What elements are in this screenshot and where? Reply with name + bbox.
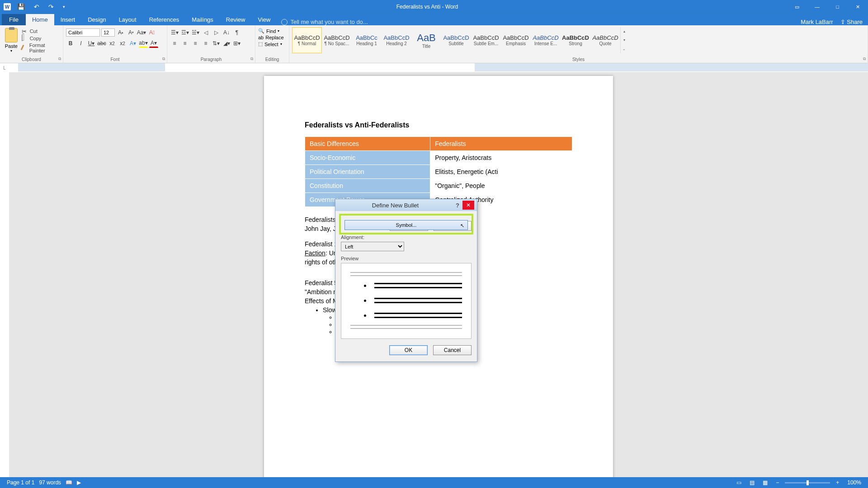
style-intense[interactable]: AaBbCcDIntense E... xyxy=(531,27,561,53)
clipboard-launcher[interactable]: ⧉ xyxy=(58,56,61,61)
tab-mailings[interactable]: Mailings xyxy=(185,14,220,25)
style-subtitle[interactable]: AaBbCcDSubtitle xyxy=(441,27,471,53)
font-color-button[interactable]: A▾ xyxy=(149,39,158,48)
tab-references[interactable]: References xyxy=(143,14,185,25)
ok-button[interactable]: OK xyxy=(389,345,428,355)
tab-insert[interactable]: Insert xyxy=(54,14,82,25)
symbol-button[interactable]: Symbol... xyxy=(344,220,468,230)
user-name[interactable]: Mark LaBarr xyxy=(801,19,833,25)
brush-icon xyxy=(22,45,28,51)
tab-review[interactable]: Review xyxy=(220,14,252,25)
close-window-icon[interactable]: ✕ xyxy=(848,0,868,14)
justify-button[interactable]: ≡ xyxy=(201,39,210,48)
select-button[interactable]: ⬚Select▾ xyxy=(258,41,286,47)
alignment-select[interactable]: Left xyxy=(341,242,404,251)
text-effects-button[interactable]: A▾ xyxy=(128,39,137,48)
align-left-button[interactable]: ≡ xyxy=(170,39,179,48)
show-marks-button[interactable]: ¶ xyxy=(232,28,241,37)
dialog-titlebar[interactable]: Define New Bullet ? ✕ xyxy=(335,199,477,211)
styles-down-icon[interactable]: ▾ xyxy=(621,36,627,44)
save-icon[interactable]: 💾 xyxy=(14,3,28,10)
web-layout-icon[interactable]: ▦ xyxy=(760,477,770,488)
shrink-font-button[interactable]: A▾ xyxy=(127,28,136,37)
font-name-select[interactable] xyxy=(66,28,100,37)
style-strong[interactable]: AaBbCcDStrong xyxy=(561,27,590,53)
qat-customize-icon[interactable]: ▾ xyxy=(60,5,68,9)
decrease-indent-button[interactable]: ◁ xyxy=(201,28,210,37)
multilevel-button[interactable]: ☱▾ xyxy=(191,28,200,37)
sort-button[interactable]: A↓ xyxy=(222,28,231,37)
word-count[interactable]: 97 words xyxy=(37,477,63,488)
ruler-corner[interactable]: L xyxy=(0,63,9,72)
bold-button[interactable]: B xyxy=(66,39,75,48)
style-heading1[interactable]: AaBbCcHeading 1 xyxy=(352,27,382,53)
redo-icon[interactable]: ↷ xyxy=(46,3,57,10)
italic-button[interactable]: I xyxy=(76,39,85,48)
format-painter-button[interactable]: Format Painter xyxy=(22,42,60,53)
style-normal[interactable]: AaBbCcD¶ Normal xyxy=(292,27,322,53)
find-button[interactable]: 🔍Find▾ xyxy=(258,28,286,34)
style-quote[interactable]: AaBbCcDQuote xyxy=(590,27,620,53)
tab-home[interactable]: Home xyxy=(26,14,54,25)
subscript-button[interactable]: x2 xyxy=(108,39,117,48)
ribbon-opts-icon[interactable]: ▭ xyxy=(787,0,807,14)
horizontal-ruler[interactable] xyxy=(18,63,868,72)
styles-gallery[interactable]: AaBbCcD¶ NormalAaBbCcD¶ No Spac...AaBbCc… xyxy=(292,26,865,53)
line-spacing-button[interactable]: ⇅▾ xyxy=(212,39,221,48)
zoom-slider[interactable] xyxy=(785,482,830,483)
close-icon[interactable]: ✕ xyxy=(462,201,474,210)
clear-formatting-button[interactable]: A⃠ xyxy=(147,28,156,37)
styles-up-icon[interactable]: ▴ xyxy=(621,27,627,36)
tab-layout[interactable]: Layout xyxy=(113,14,143,25)
zoom-level[interactable]: 100% xyxy=(845,477,863,488)
ribbon-tabs: File Home Insert Design Layout Reference… xyxy=(0,14,868,25)
superscript-button[interactable]: x2 xyxy=(118,39,127,48)
highlight-button[interactable]: ab▾ xyxy=(139,39,148,48)
font-size-select[interactable] xyxy=(101,28,115,37)
underline-button[interactable]: U▾ xyxy=(87,39,96,48)
print-layout-icon[interactable]: ▤ xyxy=(747,477,757,488)
grow-font-button[interactable]: A▴ xyxy=(116,28,125,37)
align-center-button[interactable]: ≡ xyxy=(180,39,189,48)
tell-me-search[interactable]: Tell me what you want to do... xyxy=(277,19,368,25)
shading-button[interactable]: ◢▾ xyxy=(222,39,231,48)
zoom-out-icon[interactable]: − xyxy=(774,477,781,488)
copy-button[interactable]: Copy xyxy=(22,35,60,42)
zoom-in-icon[interactable]: + xyxy=(834,477,841,488)
numbering-button[interactable]: ☲▾ xyxy=(180,28,189,37)
font-launcher[interactable]: ⧉ xyxy=(162,56,165,61)
align-right-button[interactable]: ≡ xyxy=(191,39,200,48)
scissors-icon xyxy=(22,28,28,34)
strikethrough-button[interactable]: abc xyxy=(97,39,106,48)
paragraph-launcher[interactable]: ⧉ xyxy=(250,56,253,61)
vertical-ruler[interactable] xyxy=(0,72,9,477)
style-emphasis[interactable]: AaBbCcDEmphasis xyxy=(501,27,531,53)
style-heading2[interactable]: AaBbCcDHeading 2 xyxy=(382,27,411,53)
change-case-button[interactable]: Aa▾ xyxy=(137,28,146,37)
tab-design[interactable]: Design xyxy=(81,14,112,25)
group-label-font: Font xyxy=(63,57,167,62)
style-nospac[interactable]: AaBbCcD¶ No Spac... xyxy=(322,27,352,53)
cut-button[interactable]: Cut xyxy=(22,28,60,34)
replace-button[interactable]: abReplace xyxy=(258,35,286,40)
tab-file[interactable]: File xyxy=(2,14,26,25)
page-indicator[interactable]: Page 1 of 1 xyxy=(5,477,37,488)
increase-indent-button[interactable]: ▷ xyxy=(212,28,221,37)
minimize-icon[interactable]: — xyxy=(807,0,827,14)
style-subtleem[interactable]: AaBbCcDSubtle Em... xyxy=(471,27,501,53)
borders-button[interactable]: ⊞▾ xyxy=(232,39,241,48)
bullets-button[interactable]: ☰▾ xyxy=(170,28,179,37)
tab-view[interactable]: View xyxy=(251,14,277,25)
styles-more-icon[interactable]: ⌄ xyxy=(621,45,627,53)
styles-launcher[interactable]: ⧉ xyxy=(863,56,866,61)
help-icon[interactable]: ? xyxy=(453,201,462,210)
share-button[interactable]: ⇪ Share xyxy=(840,19,863,25)
titlebar: W 💾 ↶ ↷ ▾ Federalists vs Anti - Word ▭ —… xyxy=(0,0,868,14)
macro-icon[interactable]: ▶ xyxy=(75,477,83,488)
style-titlestyle[interactable]: AaBTitle xyxy=(411,27,441,53)
undo-icon[interactable]: ↶ xyxy=(31,3,42,10)
maximize-icon[interactable]: □ xyxy=(827,0,848,14)
cancel-button[interactable]: Cancel xyxy=(433,345,472,355)
spell-check-icon[interactable]: 📖 xyxy=(63,477,75,488)
read-mode-icon[interactable]: ▭ xyxy=(734,477,744,488)
